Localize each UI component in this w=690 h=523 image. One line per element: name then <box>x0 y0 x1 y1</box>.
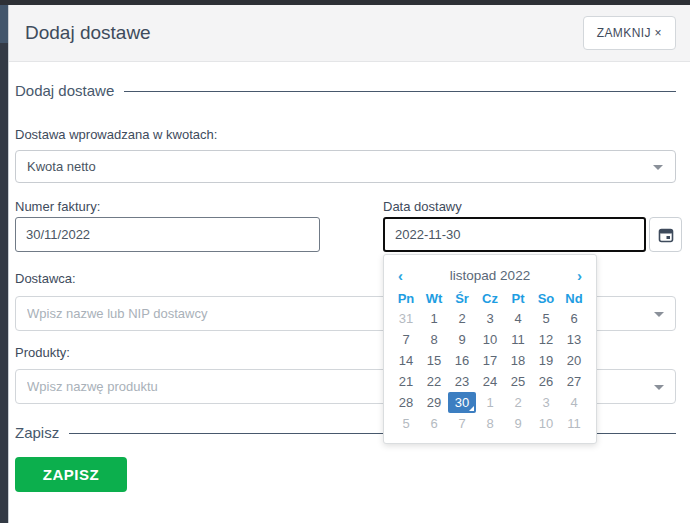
calendar-day[interactable]: 11 <box>560 413 588 434</box>
invoice-number-input[interactable] <box>15 217 320 252</box>
calendar-day[interactable]: 24 <box>476 371 504 392</box>
save-button[interactable]: ZAPISZ <box>15 457 127 492</box>
calendar-day[interactable]: 20 <box>560 350 588 371</box>
calendar-day[interactable]: 1 <box>476 392 504 413</box>
modal-title: Dodaj dostawe <box>25 22 151 44</box>
calendar-day[interactable]: 18 <box>504 350 532 371</box>
calendar-day[interactable]: 19 <box>532 350 560 371</box>
screen: Dodaj dostawe ZAMKNIJ × Dodaj dostawe Do… <box>0 0 690 523</box>
calendar-day[interactable]: 31 <box>392 308 420 329</box>
invoice-number-label: Numer faktury: <box>15 199 100 214</box>
calendar-weekday: Śr <box>448 288 476 308</box>
calendar-day[interactable]: 12 <box>532 329 560 350</box>
section-title: Dodaj dostawe <box>15 82 114 99</box>
calendar-day[interactable]: 29 <box>420 392 448 413</box>
section-add-delivery: Dodaj dostawe <box>15 82 676 99</box>
calendar-day-selected[interactable]: 30 <box>448 392 476 413</box>
calendar-month-title: listopad 2022 <box>392 268 588 283</box>
calendar-day[interactable]: 22 <box>420 371 448 392</box>
calendar-day[interactable]: 6 <box>560 308 588 329</box>
calendar-day[interactable]: 2 <box>448 308 476 329</box>
calendar-day[interactable]: 9 <box>448 329 476 350</box>
calendar-next-button[interactable]: › <box>571 268 588 283</box>
calendar-toggle-button[interactable] <box>649 217 682 252</box>
calendar-day[interactable]: 7 <box>392 329 420 350</box>
calendar-weekday-row: PnWtŚrCzPtSoNd <box>392 288 588 308</box>
calendar-grid: 3112345678910111213141516171819202122232… <box>392 308 588 434</box>
close-button[interactable]: ZAMKNIJ × <box>583 16 676 50</box>
calendar-day[interactable]: 3 <box>532 392 560 413</box>
calendar-day[interactable]: 15 <box>420 350 448 371</box>
save-section-title: Zapisz <box>15 424 59 441</box>
calendar-day[interactable]: 26 <box>532 371 560 392</box>
calendar-day[interactable]: 13 <box>560 329 588 350</box>
calendar-day[interactable]: 5 <box>392 413 420 434</box>
calendar-day[interactable]: 21 <box>392 371 420 392</box>
background-page-edge-top <box>0 5 9 43</box>
amount-type-selected-value: Kwota netto <box>27 159 96 174</box>
datepicker-popup: ‹ listopad 2022 › PnWtŚrCzPtSoNd 3112345… <box>383 254 597 444</box>
calendar-day[interactable]: 4 <box>560 392 588 413</box>
calendar-day[interactable]: 14 <box>392 350 420 371</box>
calendar-day[interactable]: 4 <box>504 308 532 329</box>
calendar-day[interactable]: 3 <box>476 308 504 329</box>
add-delivery-modal: Dodaj dostawe ZAMKNIJ × Dodaj dostawe Do… <box>9 5 690 523</box>
delivery-date-label: Data dostawy <box>383 199 462 214</box>
products-label: Produkty: <box>15 345 70 360</box>
calendar-weekday: Pt <box>504 288 532 308</box>
chevron-down-icon <box>654 385 664 390</box>
calendar-day[interactable]: 16 <box>448 350 476 371</box>
chevron-down-icon <box>654 312 664 317</box>
modal-header: Dodaj dostawe ZAMKNIJ × <box>9 5 690 62</box>
calendar-day[interactable]: 7 <box>448 413 476 434</box>
calendar-day[interactable]: 10 <box>532 413 560 434</box>
section-divider <box>124 91 676 92</box>
supplier-label: Dostawca: <box>15 271 76 286</box>
calendar-day[interactable]: 11 <box>504 329 532 350</box>
calendar-day[interactable]: 17 <box>476 350 504 371</box>
calendar-day[interactable]: 23 <box>448 371 476 392</box>
calendar-prev-button[interactable]: ‹ <box>392 268 409 283</box>
calendar-weekday: Nd <box>560 288 588 308</box>
calendar-weekday: Wt <box>420 288 448 308</box>
calendar-day[interactable]: 27 <box>560 371 588 392</box>
calendar-header: ‹ listopad 2022 › <box>392 262 588 288</box>
calendar-day[interactable]: 28 <box>392 392 420 413</box>
calendar-day[interactable]: 1 <box>420 308 448 329</box>
amount-type-select[interactable]: Kwota netto <box>15 150 676 183</box>
calendar-day[interactable]: 9 <box>504 413 532 434</box>
calendar-day[interactable]: 8 <box>420 329 448 350</box>
calendar-day[interactable]: 10 <box>476 329 504 350</box>
calendar-day[interactable]: 25 <box>504 371 532 392</box>
background-page-edge <box>0 5 9 523</box>
calendar-icon <box>658 227 674 243</box>
calendar-weekday: Pn <box>392 288 420 308</box>
calendar-day[interactable]: 5 <box>532 308 560 329</box>
chevron-down-icon <box>653 165 663 170</box>
calendar-day[interactable]: 8 <box>476 413 504 434</box>
calendar-weekday: Cz <box>476 288 504 308</box>
calendar-day[interactable]: 2 <box>504 392 532 413</box>
delivery-date-input[interactable] <box>383 217 646 252</box>
calendar-day[interactable]: 6 <box>420 413 448 434</box>
calendar-weekday: So <box>532 288 560 308</box>
amount-type-label: Dostawa wprowadzana w kwotach: <box>15 127 217 142</box>
